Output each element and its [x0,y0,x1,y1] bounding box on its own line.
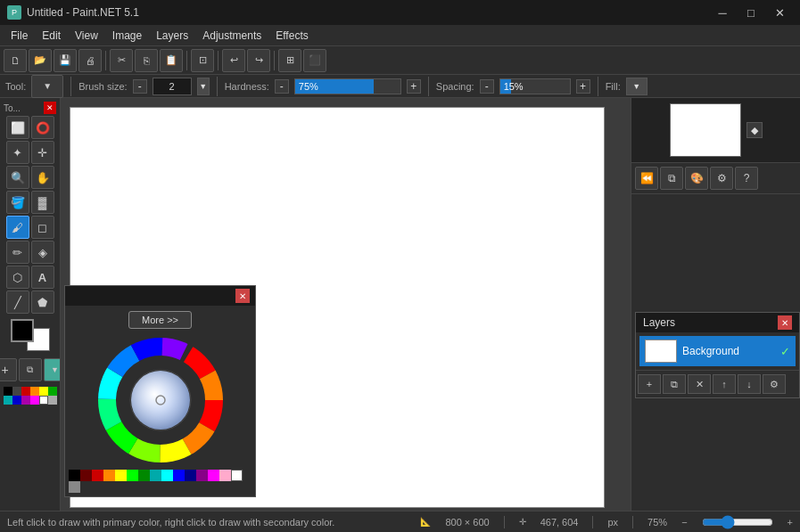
layers-btn[interactable]: ⧉ [660,167,683,190]
ps-lime[interactable] [127,470,138,481]
settings-btn[interactable]: ⚙ [710,167,733,190]
ps-orange[interactable] [103,470,115,481]
pc-darkgray[interactable] [12,387,21,396]
ps-cyan[interactable] [161,470,173,481]
ps-magenta[interactable] [208,470,219,481]
primary-color[interactable] [11,319,34,342]
menu-effects[interactable]: Effects [268,28,315,44]
menu-adjustments[interactable]: Adjustments [195,28,268,44]
plus-btn[interactable]: + [0,358,17,381]
menu-image[interactable]: Image [105,28,149,44]
pc-orange[interactable] [30,387,39,396]
ps-white[interactable] [231,470,243,481]
paintbrush-tool[interactable]: 🖌 [6,216,29,239]
colorpicker-more-button[interactable]: More >> [128,311,192,329]
pc-green[interactable] [48,387,57,396]
menu-edit[interactable]: Edit [35,28,68,44]
pc-blue[interactable] [12,396,21,405]
clone-stamp-tool[interactable]: ◈ [31,241,54,264]
save-button[interactable]: 💾 [54,49,77,72]
hardness-slider[interactable]: 75% [294,78,401,94]
rectangle-select-tool[interactable]: ⬜ [6,116,29,139]
layers-close-btn[interactable]: ✕ [778,315,792,330]
tools-close-btn[interactable]: ✕ [44,102,56,114]
help-btn[interactable]: ? [735,167,758,190]
ps-green[interactable] [138,470,150,481]
colorpicker-close-btn[interactable]: ✕ [235,289,250,303]
ps-blue[interactable] [173,470,185,481]
menu-view[interactable]: View [68,28,105,44]
pc-teal[interactable] [4,396,12,405]
minimize-button[interactable]: ─ [709,3,736,22]
undo-button[interactable]: ↩ [222,49,245,72]
magic-wand-tool[interactable]: ✦ [6,141,29,164]
spacing-minus[interactable]: - [480,79,494,94]
line-tool[interactable]: ╱ [6,291,29,314]
spacing-slider[interactable]: 15% [499,78,571,94]
shapes-tool[interactable]: ⬟ [31,291,54,314]
add-layer-btn[interactable]: + [638,374,661,394]
brushsize-input[interactable] [153,81,191,92]
zoom-minus-icon[interactable]: − [681,517,687,528]
layer-properties-btn[interactable]: ⚙ [763,374,786,394]
ps-teal[interactable] [150,470,161,481]
crop-button[interactable]: ⬛ [303,49,326,72]
brushsize-minus[interactable]: - [133,79,147,94]
layer-item[interactable]: Background ✓ [639,336,796,366]
pc-pink[interactable] [30,396,39,405]
color-swatch[interactable]: ▼ [44,358,62,381]
redo-button[interactable]: ↪ [247,49,270,72]
pencil-tool[interactable]: ✏ [6,241,29,264]
move-layer-down-btn[interactable]: ↓ [738,374,761,394]
paste-button[interactable]: 📋 [160,49,183,72]
maximize-button[interactable]: □ [738,3,764,22]
ps-navy[interactable] [185,470,196,481]
pc-purple[interactable] [21,396,30,405]
menu-layers[interactable]: Layers [149,28,195,44]
delete-layer-btn[interactable]: ✕ [688,374,711,394]
move-tool[interactable]: ✛ [31,141,54,164]
close-button[interactable]: ✕ [766,3,793,22]
zoom-tool[interactable]: 🔍 [6,166,29,189]
hand-tool[interactable]: ✋ [31,166,54,189]
hardness-minus[interactable]: - [275,79,289,94]
gradient-tool[interactable]: ▓ [31,191,54,214]
lasso-select-tool[interactable]: ⭕ [31,116,54,139]
move-layer-up-btn[interactable]: ↑ [713,374,736,394]
pc-red[interactable] [21,387,30,396]
ps-black[interactable] [69,470,80,481]
pc-yellow[interactable] [39,387,48,396]
text-tool[interactable]: A [31,266,54,289]
ps-gray[interactable] [69,481,80,493]
spacing-plus[interactable]: + [576,79,590,94]
ps-yellow[interactable] [115,470,127,481]
open-button[interactable]: 📂 [29,49,52,72]
history-btn[interactable]: ⏪ [635,167,658,190]
color-wheel[interactable] [98,338,223,462]
grid-button[interactable]: ⊞ [278,49,301,72]
brushsize-dropdown[interactable]: ▼ [197,78,210,95]
new-button[interactable]: 🗋 [4,49,27,72]
eraser-tool[interactable]: ◻ [31,216,54,239]
ps-darkred[interactable] [80,470,92,481]
fill-dropdown[interactable]: ▼ [626,78,647,95]
ps-pink[interactable] [219,470,231,481]
select-all-button[interactable]: ⊡ [191,49,214,72]
ps-red[interactable] [92,470,103,481]
cut-button[interactable]: ✂ [110,49,133,72]
ps-purple[interactable] [196,470,208,481]
menu-file[interactable]: File [4,28,35,44]
zoom-plus-icon[interactable]: + [788,517,793,528]
colors-btn[interactable]: 🎨 [685,167,708,190]
paintbucket-tool[interactable]: 🪣 [6,191,29,214]
brushsize-value[interactable] [153,78,192,95]
print-button[interactable]: 🖨 [78,49,102,72]
layers-quick-btn[interactable]: ⧉ [19,358,42,381]
duplicate-layer-btn[interactable]: ⧉ [663,374,686,394]
hardness-plus[interactable]: + [407,79,421,94]
recolor-tool[interactable]: ⬡ [6,266,29,289]
zoom-slider[interactable] [702,516,773,528]
pc-white[interactable] [39,396,48,405]
pc-lightgray[interactable] [48,396,57,405]
pc-black[interactable] [4,387,12,396]
